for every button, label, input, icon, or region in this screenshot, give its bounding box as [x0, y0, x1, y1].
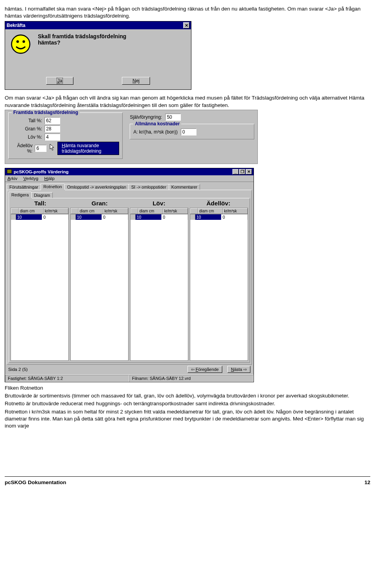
sjalvforyngring-input[interactable]: 50	[165, 114, 181, 121]
close-icon[interactable]: ✕	[246, 169, 252, 175]
main-window: pcSKOG-proffs Värdering _ ❐ ✕ Arkiv Verk…	[5, 168, 254, 382]
section-heading: Fliken Rotnetton	[5, 385, 370, 392]
lov-input[interactable]: 4	[45, 134, 60, 141]
prev-button[interactable]: ⇦ Föregående	[188, 366, 222, 373]
gran-label: Gran %:	[12, 126, 45, 132]
sjalvforyngring-label: Självföryngring:	[130, 114, 162, 120]
maximize-icon[interactable]: ❐	[239, 169, 245, 175]
confirm-dialog: Bekräfta ✕ Skall framtida trädslagsförde…	[5, 21, 191, 90]
dialog-message-line1: Skall framtida trädslagsfördelning	[38, 33, 126, 39]
close-icon[interactable]: ✕	[183, 22, 189, 29]
svg-rect-3	[7, 169, 12, 173]
tab-forutsattningar[interactable]: Förutsättningar	[7, 184, 41, 190]
tab-rotnetton[interactable]: Rotnetton	[41, 184, 65, 190]
window-title: pcSKOG-proffs Värdering	[14, 169, 69, 174]
paragraph-intro: hämtas. I normalfallet ska man svara <Ne…	[5, 5, 370, 20]
no-button[interactable]: Nej	[122, 77, 150, 85]
context-menu-item[interactable]: Hämta nuvarande trädslagsfördelning	[57, 142, 119, 155]
next-button[interactable]: Nästa ⇨	[227, 366, 250, 373]
menu-arkiv[interactable]: Arkiv	[7, 176, 18, 181]
svg-point-2	[23, 41, 25, 43]
app-icon	[7, 169, 12, 175]
lov-label: Löv %:	[12, 134, 45, 140]
status-fastighet: Fastighet: SÅNGA-SÄBY 1:2	[5, 375, 129, 382]
status-filnamn: Filnamn: SÅNGA-SÄBY 12.vrd	[129, 375, 254, 382]
menu-verktyg[interactable]: Verktyg	[23, 176, 38, 181]
form-panel: Framtida trädslagsfördelning Tall %:62 G…	[5, 110, 258, 164]
tab-si[interactable]: SI -> omloppstider	[129, 184, 169, 190]
paragraph-brutto: Bruttovärde är sortimentsvis (timmer och…	[5, 392, 370, 399]
page-indicator: Sida 2 (5)	[8, 367, 28, 372]
col-gran: Gran:	[70, 200, 129, 207]
tab-kommentarer[interactable]: Kommentarer	[169, 184, 200, 190]
kostnad-label: A: kr/(ha, m³sk (bon))	[133, 129, 177, 135]
kostnad-input[interactable]: 0	[181, 128, 196, 135]
dialog-title: Bekräfta	[7, 23, 25, 28]
data-table[interactable]: diam cm kr/m³sk 10 0	[11, 208, 69, 361]
svg-point-0	[12, 35, 30, 53]
data-table[interactable]: diam cm kr/m³sk 10 0	[190, 208, 248, 361]
svg-point-1	[16, 41, 19, 43]
adellov-label: Ädellöv %:	[12, 143, 35, 154]
dialog-message-line2: hämtas?	[38, 39, 126, 46]
cursor-icon	[50, 144, 55, 152]
groupbox-title-framtida: Framtida trädslagsfördelning	[12, 110, 80, 115]
yes-button[interactable]: Ja	[46, 77, 74, 85]
tall-input[interactable]: 62	[45, 117, 60, 124]
paragraph-rotnetton-input: Rotnetton i kr/m3sk matas in som heltal …	[5, 408, 370, 430]
col-adellov: Ädellöv:	[189, 200, 248, 207]
smiley-icon	[11, 34, 31, 54]
menu-hjalp[interactable]: Hjälp	[44, 176, 54, 181]
subtab-diagram[interactable]: Diagram	[31, 192, 53, 198]
minimize-icon[interactable]: _	[232, 169, 239, 175]
paragraph-rotnetto: Rotnetto är bruttovärde reducerat med hu…	[5, 400, 370, 407]
gran-input[interactable]: 28	[45, 125, 60, 132]
col-lov: Löv:	[129, 200, 189, 207]
subtab-redigera[interactable]: Redigera	[9, 192, 32, 198]
paragraph-explain: Om man svarar <Ja> på frågan och vill än…	[5, 94, 370, 109]
col-tall: Tall:	[11, 200, 70, 207]
groupbox-title-kostnader: Allmänna kostnader	[133, 121, 181, 127]
data-table[interactable]: diam cm kr/m³sk 10 0	[70, 208, 129, 361]
data-table[interactable]: diam cm kr/m³sk 10 0	[130, 208, 188, 361]
tall-label: Tall %:	[12, 118, 45, 123]
tab-omloppstid[interactable]: Omloppstid -> avverkningsplan	[64, 184, 129, 190]
footer-title: pcSKOG Dokumentation	[5, 479, 66, 485]
footer-page: 12	[364, 479, 370, 485]
adellov-input[interactable]: 6	[35, 145, 46, 152]
